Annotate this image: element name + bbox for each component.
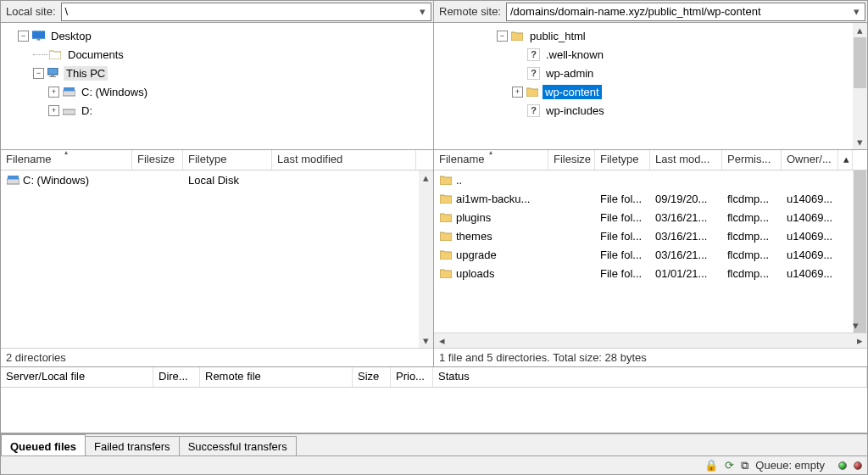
col-filetype[interactable]: Filetype: [595, 150, 650, 170]
tree-node-thispc[interactable]: − This PC: [3, 64, 431, 82]
status-bar: 🔒 ⟳ ⧉ Queue: empty: [1, 455, 867, 474]
folder-icon: [439, 173, 453, 187]
col-remote-file[interactable]: Remote file: [200, 367, 353, 387]
table-row[interactable]: uploadsFile fol...01/01/21...flcdmp...u1…: [434, 264, 853, 282]
col-lastmod[interactable]: Last mod...: [650, 150, 722, 170]
status-led-green: [838, 461, 847, 470]
filter-icon[interactable]: ⧉: [741, 459, 748, 472]
col-status[interactable]: Status: [433, 367, 867, 387]
scroll-down-icon[interactable]: ▾: [853, 318, 859, 332]
col-direction[interactable]: Dire...: [153, 367, 200, 387]
chevron-down-icon[interactable]: ▾: [849, 5, 863, 19]
local-tree[interactable]: − Desktop Documents − This PC + C: (Wind…: [1, 23, 433, 149]
scroll-left-icon[interactable]: ◂: [434, 334, 449, 348]
refresh-icon[interactable]: ⟳: [725, 459, 734, 472]
table-row[interactable]: pluginsFile fol...03/16/21...flcdmp...u1…: [434, 208, 853, 226]
scrollbar-vertical[interactable]: ▴ ▾: [419, 170, 433, 348]
scroll-down-icon[interactable]: ▾: [853, 135, 867, 149]
scrollbar-vertical[interactable]: ▾: [853, 170, 867, 332]
remote-path-value: /domains/domain-name.xyz/public_html/wp-…: [510, 5, 761, 18]
lock-icon[interactable]: 🔒: [704, 459, 718, 472]
expand-icon[interactable]: +: [512, 87, 523, 98]
col-filesize[interactable]: Filesize: [548, 150, 595, 170]
col-owner[interactable]: Owner/...: [782, 150, 838, 170]
scroll-thumb[interactable]: [854, 37, 866, 88]
drive-icon: [62, 85, 75, 98]
table-row[interactable]: ai1wm-backu...File fol...09/19/20...flcd…: [434, 189, 853, 208]
svg-rect-3: [51, 75, 54, 76]
pc-icon: [47, 66, 60, 80]
local-path-value: \: [65, 5, 69, 18]
collapse-icon[interactable]: −: [33, 68, 44, 79]
sort-asc-icon: ▴: [64, 150, 68, 156]
svg-rect-5: [63, 91, 75, 96]
scroll-down-icon[interactable]: ▾: [419, 333, 433, 348]
remote-tree[interactable]: − public_html ? .well-known ? wp-admin +…: [434, 23, 867, 149]
tree-node-d[interactable]: + D:: [3, 101, 431, 120]
local-grid-body[interactable]: C: (Windows) Local Disk ▴ ▾: [1, 170, 433, 348]
col-filename[interactable]: ▴Filename: [1, 150, 132, 170]
tree-node-wpcontent[interactable]: + wp-content: [436, 82, 853, 101]
tab-queued[interactable]: Queued files: [1, 434, 86, 455]
folder-icon: [439, 210, 453, 224]
local-path-row: Local site: \ ▾: [1, 1, 433, 23]
tree-node-wpadmin[interactable]: ? wp-admin: [436, 64, 853, 82]
local-site-label: Local site:: [1, 5, 61, 18]
remote-grid-header: ▴Filename Filesize Filetype Last mod... …: [434, 150, 867, 170]
remote-status: 1 file and 5 directories. Total size: 28…: [434, 348, 867, 366]
scroll-up-icon[interactable]: ▴: [419, 170, 433, 185]
unknown-icon: ?: [527, 48, 540, 61]
scroll-right-icon[interactable]: ▸: [852, 334, 867, 348]
remote-path-combo[interactable]: /domains/domain-name.xyz/public_html/wp-…: [506, 3, 865, 21]
collapse-icon[interactable]: −: [497, 31, 508, 42]
status-led-red: [854, 461, 862, 470]
folder-icon: [510, 29, 524, 42]
scroll-thumb[interactable]: [854, 170, 866, 332]
table-row[interactable]: C: (Windows) Local Disk: [1, 170, 433, 189]
expand-icon[interactable]: +: [48, 87, 59, 98]
tree-node-publichtml[interactable]: − public_html: [436, 26, 853, 45]
tab-success[interactable]: Successful transfers: [179, 436, 297, 455]
unknown-icon: ?: [527, 104, 540, 117]
local-grid-header: ▴Filename Filesize Filetype Last modifie…: [1, 150, 433, 170]
drive-icon: [62, 103, 75, 117]
scroll-up-icon[interactable]: ▴: [838, 150, 853, 170]
table-row[interactable]: upgradeFile fol...03/16/21...flcdmp...u1…: [434, 245, 853, 264]
scrollbar-vertical[interactable]: ▴ ▾: [853, 23, 867, 149]
folder-icon: [439, 266, 453, 280]
col-priority[interactable]: Prio...: [391, 367, 433, 387]
col-lastmod[interactable]: Last modified: [272, 150, 416, 170]
tab-failed[interactable]: Failed transfers: [85, 436, 180, 455]
local-status: 2 directories: [1, 348, 433, 366]
tree-node-documents[interactable]: Documents: [3, 45, 431, 64]
expand-icon[interactable]: +: [48, 105, 59, 116]
remote-path-row: Remote site: /domains/domain-name.xyz/pu…: [434, 1, 867, 23]
tree-node-c[interactable]: + C: (Windows): [3, 82, 431, 101]
queue-body[interactable]: [1, 388, 867, 433]
table-row[interactable]: themesFile fol...03/16/21...flcdmp...u14…: [434, 226, 853, 245]
col-server-local[interactable]: Server/Local file: [1, 367, 153, 387]
table-row[interactable]: ..: [434, 170, 853, 189]
svg-rect-4: [49, 76, 56, 77]
folder-icon: [526, 85, 539, 98]
remote-grid-body[interactable]: ..ai1wm-backu...File fol...09/19/20...fl…: [434, 170, 867, 332]
transfer-tabs: Queued files Failed transfers Successful…: [1, 433, 867, 455]
tree-node-wpincludes[interactable]: ? wp-includes: [436, 101, 853, 120]
col-filetype[interactable]: Filetype: [183, 150, 272, 170]
svg-rect-9: [8, 176, 19, 179]
collapse-icon[interactable]: −: [18, 31, 29, 42]
tree-node-desktop[interactable]: − Desktop: [3, 26, 431, 45]
scrollbar-horizontal[interactable]: ◂ ▸: [434, 332, 867, 348]
scroll-up-icon[interactable]: ▴: [853, 23, 867, 37]
local-path-combo[interactable]: \ ▾: [61, 3, 431, 21]
col-filesize[interactable]: Filesize: [132, 150, 183, 170]
col-filename[interactable]: ▴Filename: [434, 150, 548, 170]
col-perms[interactable]: Permis...: [722, 150, 782, 170]
svg-rect-8: [7, 179, 19, 184]
chevron-down-icon[interactable]: ▾: [415, 5, 429, 19]
svg-rect-6: [64, 87, 75, 91]
tree-node-wellknown[interactable]: ? .well-known: [436, 45, 853, 64]
queue-status: Queue: empty: [755, 459, 825, 472]
sort-asc-icon: ▴: [489, 150, 492, 156]
col-size[interactable]: Size: [353, 367, 391, 387]
